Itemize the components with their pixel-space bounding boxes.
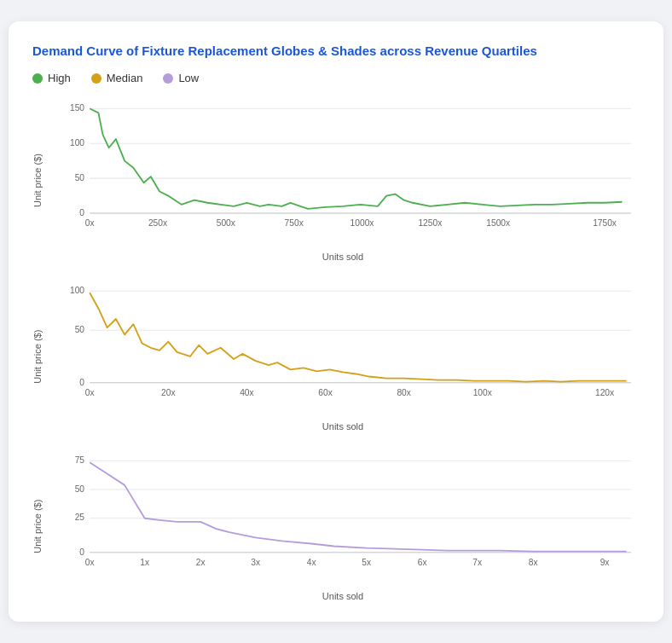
legend-dot-low xyxy=(163,73,173,84)
y-label-high: Unit price ($) xyxy=(32,100,43,262)
svg-text:50: 50 xyxy=(75,484,85,494)
svg-text:120x: 120x xyxy=(595,388,614,397)
svg-text:8x: 8x xyxy=(529,558,538,567)
x-label-high: Units sold xyxy=(46,252,640,262)
svg-median: 0 50 100 0x 20x 40x 60x 80x 100x 120x xyxy=(46,282,640,418)
svg-text:50: 50 xyxy=(75,326,85,335)
svg-text:9x: 9x xyxy=(600,558,610,567)
chart-inner-median: 0 50 100 0x 20x 40x 60x 80x 100x 120x xyxy=(46,282,640,432)
svg-text:75: 75 xyxy=(75,455,85,465)
svg-text:750x: 750x xyxy=(285,219,304,229)
chart-median: Unit price ($) 0 50 100 0x 20x 40x xyxy=(32,282,640,432)
svg-text:0: 0 xyxy=(79,378,84,387)
svg-text:40x: 40x xyxy=(240,388,253,397)
legend-dot-median xyxy=(91,73,101,84)
svg-low: 0 25 50 75 0x 1x 2x 3x 4x 5x 6x 7x 8x xyxy=(46,452,640,588)
main-card: Demand Curve of Fixture Replacement Glob… xyxy=(9,21,663,621)
svg-text:25: 25 xyxy=(75,513,85,522)
legend-label-low: Low xyxy=(178,72,199,84)
chart-low: Unit price ($) 0 25 50 75 0x xyxy=(32,452,640,601)
svg-text:100: 100 xyxy=(70,139,84,148)
chart-title: Demand Curve of Fixture Replacement Glob… xyxy=(32,42,640,60)
svg-high: 0 50 100 150 0x 250x 500x 750x 1000x 125… xyxy=(46,100,640,248)
legend-median: Median xyxy=(91,72,143,84)
svg-text:6x: 6x xyxy=(418,558,427,567)
legend-high: High xyxy=(32,72,71,84)
svg-text:0x: 0x xyxy=(85,558,95,567)
svg-text:60x: 60x xyxy=(318,388,332,397)
svg-text:3x: 3x xyxy=(251,558,260,567)
svg-text:1750x: 1750x xyxy=(593,219,617,229)
y-label-low: Unit price ($) xyxy=(32,452,43,601)
svg-text:80x: 80x xyxy=(397,388,410,397)
svg-text:50: 50 xyxy=(75,174,85,183)
svg-text:1250x: 1250x xyxy=(418,219,442,229)
svg-text:0x: 0x xyxy=(85,388,95,397)
svg-text:100x: 100x xyxy=(473,388,492,397)
legend-low: Low xyxy=(163,72,199,84)
svg-text:1x: 1x xyxy=(140,558,149,567)
svg-text:0: 0 xyxy=(79,547,84,557)
legend-dot-high xyxy=(32,73,43,84)
svg-text:100: 100 xyxy=(70,287,84,296)
legend-label-median: Median xyxy=(107,72,143,84)
svg-text:5x: 5x xyxy=(362,558,371,567)
svg-text:1500x: 1500x xyxy=(486,219,510,229)
svg-text:500x: 500x xyxy=(217,219,235,229)
x-label-median: Units sold xyxy=(46,421,640,432)
svg-text:0: 0 xyxy=(79,208,84,217)
svg-text:2x: 2x xyxy=(196,558,206,567)
svg-text:20x: 20x xyxy=(161,388,175,397)
chart-inner-low: 0 25 50 75 0x 1x 2x 3x 4x 5x 6x 7x 8x xyxy=(46,452,640,601)
svg-text:0x: 0x xyxy=(85,219,95,229)
svg-text:150: 150 xyxy=(70,104,84,113)
legend-label-high: High xyxy=(48,72,71,84)
svg-text:250x: 250x xyxy=(148,219,167,229)
y-label-median: Unit price ($) xyxy=(32,282,43,432)
svg-text:4x: 4x xyxy=(307,558,316,567)
svg-text:7x: 7x xyxy=(472,558,482,567)
legend: High Median Low xyxy=(32,72,640,84)
svg-text:1000x: 1000x xyxy=(350,219,374,229)
x-label-low: Units sold xyxy=(46,591,640,601)
chart-inner-high: 0 50 100 150 0x 250x 500x 750x 1000x 125… xyxy=(46,100,640,262)
chart-high: Unit price ($) 0 50 100 150 0x xyxy=(32,100,640,262)
